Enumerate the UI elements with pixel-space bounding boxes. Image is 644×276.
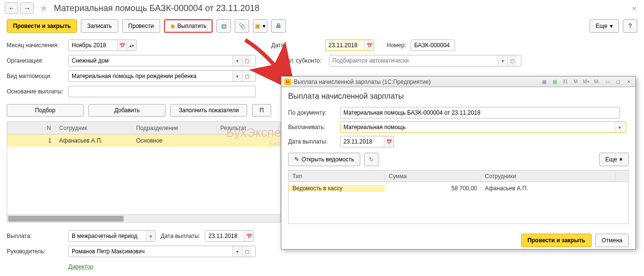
open-icon[interactable]: ▢ [507,55,517,66]
print-icon-button[interactable]: 🖶 [271,19,286,33]
more-button[interactable]: Еще ▾ [590,19,619,33]
m-button[interactable]: M [572,78,580,86]
dropdown-icon[interactable]: ▾ [232,246,242,257]
hidden-action-button[interactable]: П [252,104,271,117]
manager-field[interactable]: ▾ ▢ [68,246,256,257]
number-field[interactable] [411,39,455,51]
grid-icon[interactable]: ▦ [540,78,548,86]
dropdown-icon[interactable]: ▾ [498,55,507,66]
cell-employee: Афанасьев А.П. [55,137,132,144]
dropdown-icon[interactable]: ▾ [615,122,624,132]
popup-date-input[interactable] [341,136,384,147]
scrollbar-thumb[interactable] [8,216,124,222]
popup-table-header: Тип Сумма Сотрудники [289,171,628,182]
pcol-emp-header[interactable]: Сотрудники [481,173,616,180]
popup-cancel-button[interactable]: Отмена [595,234,629,247]
popup-doc-field[interactable] [340,107,620,118]
post-button[interactable]: Провести [122,19,160,33]
table-header: N Сотрудник Подразделение Результат [7,122,280,134]
pcol-type-header[interactable]: Тип [289,173,385,180]
popup-window-title: Выплата начисленной зарплаты (1С:Предпри… [294,79,430,85]
add-button[interactable]: Добавить [88,104,165,117]
open-icon[interactable]: ▢ [242,55,252,66]
aid-type-field[interactable]: ▾ ▢ [68,70,256,82]
col-n-header[interactable]: N [7,125,55,131]
month-input[interactable] [69,40,117,51]
horizontal-scrollbar[interactable] [7,214,280,222]
save-button[interactable]: Записать [81,19,118,33]
popup-pay-input[interactable] [341,122,615,132]
dropdown-icon[interactable]: ▾ [146,231,155,241]
table-row[interactable]: 1 Афанасьев А.П. Основное [7,134,280,147]
org-input[interactable] [69,55,232,66]
window-close-icon[interactable]: ✕ [631,5,637,13]
nav-bar: ← → ★ Материальная помощь БАЗК-000004 от… [0,0,644,16]
basis-label: Основание выплаты: [7,88,63,95]
popup-date-label: Дата выплаты: [288,138,336,145]
payout-date-input[interactable] [205,231,244,241]
subconto-field[interactable]: ▾ ▢ [329,55,521,66]
popup-pay-field[interactable]: ▾ [340,121,626,133]
favorite-star-icon[interactable]: ★ [39,2,48,14]
refresh-button[interactable]: ↻ [364,153,379,166]
m-plus-button[interactable]: M+ [582,78,590,86]
pcell-sum: 58 700,00 [385,185,481,192]
payout-popup: 1c Выплата начисленной зарплаты (1С:Пред… [281,76,636,250]
attach-icon-button[interactable]: 📎 [235,19,249,33]
payout-date-field[interactable]: 📅 [205,230,254,242]
post-and-close-button[interactable]: Провести и закрыть [7,19,77,33]
maximize-icon[interactable]: ◻ [614,78,622,86]
popup-titlebar[interactable]: 1c Выплата начисленной зарплаты (1С:Пред… [281,77,635,87]
col-employee-header[interactable]: Сотрудник [55,125,132,131]
date-input[interactable] [326,40,364,51]
calendar-icon[interactable]: 📅 [364,40,374,51]
month-field[interactable]: 📅 ▴▾ [68,39,137,51]
popup-doc-input[interactable] [341,107,619,118]
minimize-icon[interactable]: ▭ [604,78,611,86]
col-department-header[interactable]: Подразделение [132,125,216,131]
popup-post-close-button[interactable]: Провести и закрыть [521,234,592,247]
popup-table-row[interactable]: Ведомость в кассу 58 700,00 Афанасьев А.… [289,182,628,195]
help-button[interactable]: ? [623,19,637,33]
close-icon[interactable]: ✕ [625,78,632,86]
popup-date-field[interactable]: 📅 [340,136,394,147]
calendar-icon[interactable]: 31 [561,78,569,86]
manager-label: Руководитель: [7,248,63,255]
subconto-input[interactable] [329,55,498,66]
nav-back-button[interactable]: ← [5,2,18,14]
report-icon-button[interactable]: ▤ [216,19,231,33]
pay-button[interactable]: ◉ Выплатить [164,19,213,33]
aid-type-input[interactable] [69,71,232,81]
create-based-button[interactable]: ▣ ▾ [253,19,267,33]
payout-input[interactable] [69,231,146,241]
date-field[interactable]: 📅 [325,39,374,51]
pcol-sum-header[interactable]: Сумма [385,173,481,180]
calendar-icon[interactable]: 📅 [244,231,253,241]
pick-button[interactable]: Подбор [7,104,84,117]
manager-input[interactable] [69,246,232,257]
calendar-icon[interactable]: 📅 [384,136,393,147]
table-icon[interactable]: ▤ [551,78,558,86]
org-field[interactable]: ▾ ▢ [68,55,256,66]
dropdown-icon[interactable]: ▾ [232,55,242,66]
spinner-icon[interactable]: ▴▾ [126,40,136,51]
open-sheet-button[interactable]: ✎ Открыть ведомость [288,153,360,166]
nav-forward-button[interactable]: → [20,2,34,14]
payout-field[interactable]: ▾ [68,230,156,242]
open-icon[interactable]: ▢ [242,71,252,81]
m-minus-button[interactable]: M- [593,78,601,86]
basis-input[interactable] [69,86,253,97]
employees-table: N Сотрудник Подразделение Результат 1 Аф… [7,121,281,223]
col-result-header[interactable]: Результат [216,125,279,131]
popup-more-button[interactable]: Еще ▾ [599,153,629,166]
basis-field[interactable] [68,86,256,97]
cell-n: 1 [7,137,55,144]
popup-body: Выплата начисленной зарплаты По документ… [281,87,635,229]
dropdown-icon[interactable]: ▾ [232,71,242,81]
fill-indicators-button[interactable]: Заполнить показатели [170,104,247,117]
open-icon[interactable]: ▢ [242,246,252,257]
toolbar: Провести и закрыть Записать Провести ◉ В… [0,16,644,36]
calendar-icon[interactable]: 📅 [117,40,126,51]
number-input[interactable] [411,40,455,51]
director-link[interactable]: Директор [68,263,93,270]
